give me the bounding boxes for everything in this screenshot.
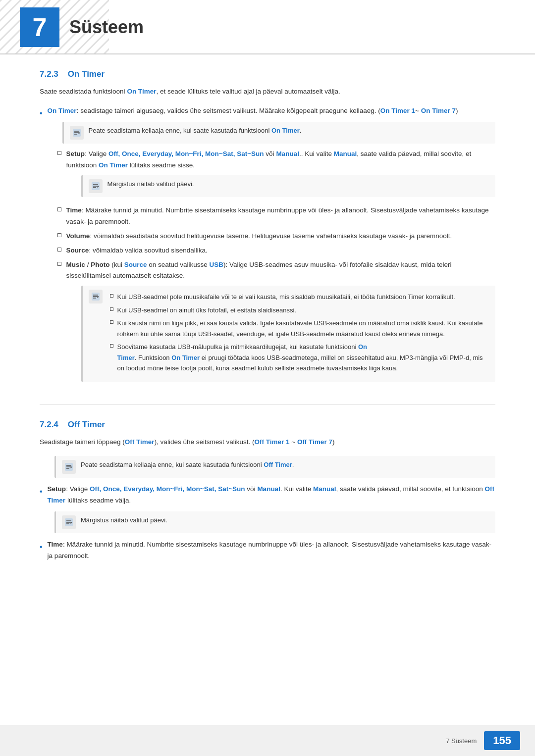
note-off-timer-2: Märgistus näitab valitud päevi. [54, 511, 495, 533]
sub-item-source: Source: võimaldab valida soovitud sisend… [57, 245, 495, 256]
nested-sub-list: Kui USB-seadmel pole muusikafaile või te… [110, 292, 489, 376]
note-icon-3 [89, 290, 103, 303]
note-on-timer-1: Peate seadistama kellaaja enne, kui saat… [62, 122, 495, 144]
note-setup-2-text: Märgistus näitab valitud päevi. [107, 179, 489, 190]
nested-bullet-4 [110, 344, 113, 348]
note-icon-5 [62, 515, 76, 529]
section-7-2-3-title: On Timer [68, 69, 105, 79]
nested-item-4: Soovitame kasutada USB-mälupulka ja mitm… [110, 342, 489, 373]
section-7-2-4: 7.2.4 Off Timer Seadistage taimeri lõppa… [40, 420, 495, 562]
section-7-2-3-number: 7.2.3 [40, 69, 58, 79]
pencil-icon-5 [64, 517, 74, 527]
pencil-icon-2 [91, 181, 101, 191]
sub-item-source-content: Source: võimaldab valida soovitud sisend… [66, 245, 495, 256]
note-icon-4 [62, 460, 76, 474]
bullet-dot-1: • [40, 106, 43, 120]
nested-bullet-2 [110, 307, 113, 311]
section-7-2-4-title: Off Timer [68, 420, 105, 429]
sub-item-music-photo: Music / Photo (kui Source on seatud vali… [57, 259, 495, 387]
section-7-2-4-heading: 7.2.4 Off Timer [40, 420, 495, 430]
bullet-dot-off-1: • [40, 485, 43, 498]
page: 7 Süsteem 7.2.3 On Timer Saate seadistad… [0, 0, 535, 756]
sub-list-7-2-3: Setup: Valige Off, Once, Everyday, Mon~F… [57, 149, 495, 387]
nested-item-1-text: Kui USB-seadmel pole muusikafaile või te… [117, 292, 489, 302]
chapter-title: Süsteem [69, 17, 144, 38]
sub-item-setup: Setup: Valige Off, Once, Everyday, Mon~F… [57, 149, 495, 202]
note-music-photo: Kui USB-seadmel pole muusikafaile või te… [81, 286, 495, 382]
footer-page-number: 155 [484, 731, 520, 750]
note-music-photo-header: Kui USB-seadmel pole muusikafaile või te… [89, 290, 489, 378]
sub-bullet-source [57, 248, 61, 252]
bullet-off-timer-time-content: Time: Määrake tunnid ja minutid. Numbrit… [48, 539, 495, 562]
nested-item-1: Kui USB-seadmel pole muusikafaile või te… [110, 292, 489, 302]
sub-item-time: Time: Määrake tunnid ja minutid. Numbrit… [57, 205, 495, 228]
section-7-2-3-intro: Saate seadistada funktsiooni On Timer, e… [40, 86, 495, 98]
bullet-off-timer-time: • Time: Määrake tunnid ja minutid. Numbr… [40, 539, 495, 562]
section-7-2-4-list: • Setup: Valige Off, Once, Everyday, Mon… [40, 484, 495, 506]
nested-item-2: Kui USB-seadmel on ainult üks fotofail, … [110, 305, 489, 315]
bullet-on-timer: • On Timer: seadistage taimeri algusaeg,… [40, 105, 495, 390]
nested-item-3-text: Kui kausta nimi on liiga pikk, ei saa ka… [117, 318, 489, 339]
sub-bullet-music [57, 262, 61, 266]
nested-item-4-text: Soovitame kasutada USB-mälupulka ja mitm… [117, 342, 489, 373]
note-setup-2: Märgistus näitab valitud päevi. [81, 175, 495, 197]
bullet-off-timer-setup: • Setup: Valige Off, Once, Everyday, Mon… [40, 484, 495, 506]
note-off-timer-1: Peate seadistama kellaaja enne, kui saat… [54, 456, 495, 478]
sub-item-music-photo-content: Music / Photo (kui Source on seatud vali… [66, 259, 495, 387]
nested-item-3: Kui kausta nimi on liiga pikk, ei saa ka… [110, 318, 489, 339]
sub-item-volume-content: Volume: võimaldab seadistada soovitud he… [66, 231, 495, 242]
page-content: 7.2.3 On Timer Saate seadistada funktsio… [0, 69, 535, 597]
pencil-icon-3 [91, 292, 101, 302]
footer-section-label: 7 Süsteem [446, 737, 477, 745]
chapter-number: 7 [20, 7, 59, 47]
bullet-on-timer-content: On Timer: seadistage taimeri algusaeg, v… [48, 105, 495, 390]
sub-bullet-setup [57, 151, 61, 155]
note-off-timer-2-text: Märgistus näitab valitud päevi. [81, 515, 489, 526]
section-divider [40, 404, 495, 405]
note-off-timer-1-text: Peate seadistama kellaaja enne, kui saat… [81, 460, 489, 470]
bullet-dot-off-2: • [40, 540, 43, 554]
section-7-2-4-number: 7.2.4 [40, 420, 58, 429]
nested-bullet-1 [110, 294, 113, 298]
note-icon-2 [89, 179, 103, 193]
note-on-timer-1-text: Peate seadistama kellaaja enne, kui saat… [89, 126, 489, 136]
pencil-icon [72, 128, 82, 138]
section-7-2-3-list: • On Timer: seadistage taimeri algusaeg,… [40, 105, 495, 390]
nested-bullet-3 [110, 320, 113, 324]
sub-item-time-content: Time: Määrake tunnid ja minutid. Numbrit… [66, 205, 495, 228]
page-footer: 7 Süsteem 155 [0, 725, 535, 756]
section-7-2-3: 7.2.3 On Timer Saate seadistada funktsio… [40, 69, 495, 390]
note-icon-1 [70, 126, 84, 140]
section-7-2-3-heading: 7.2.3 On Timer [40, 69, 495, 79]
sub-bullet-volume [57, 233, 61, 237]
pencil-icon-4 [64, 462, 74, 472]
sub-bullet-time [57, 207, 61, 211]
nested-item-2-text: Kui USB-seadmel on ainult üks fotofail, … [117, 305, 489, 315]
sub-item-setup-content: Setup: Valige Off, Once, Everyday, Mon~F… [66, 149, 495, 202]
section-7-2-4-time-list: • Time: Määrake tunnid ja minutid. Numbr… [40, 539, 495, 562]
sub-item-volume: Volume: võimaldab seadistada soovitud he… [57, 231, 495, 242]
section-7-2-4-intro: Seadistage taimeri lõppaeg (Off Timer), … [40, 437, 495, 448]
bullet-off-timer-setup-content: Setup: Valige Off, Once, Everyday, Mon~F… [48, 484, 495, 506]
